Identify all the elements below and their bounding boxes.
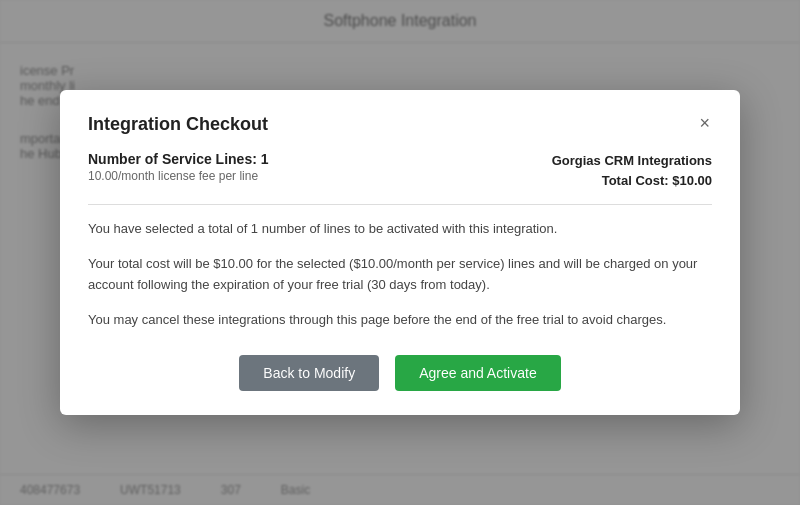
service-lines-fee: 10.00/month license fee per line — [88, 169, 552, 183]
service-lines-count: Number of Service Lines: 1 — [88, 151, 552, 167]
modal-title: Integration Checkout — [88, 114, 268, 135]
summary-section: Number of Service Lines: 1 10.00/month l… — [88, 151, 712, 190]
crm-name: Gorgias CRM Integrations — [552, 151, 712, 171]
modal-dialog: Integration Checkout × Number of Service… — [60, 90, 740, 414]
total-cost: Total Cost: $10.00 — [552, 171, 712, 191]
modal-header: Integration Checkout × — [88, 114, 712, 135]
cost-summary: Gorgias CRM Integrations Total Cost: $10… — [552, 151, 712, 190]
modal-footer: Back to Modify Agree and Activate — [88, 355, 712, 391]
service-lines-info: Number of Service Lines: 1 10.00/month l… — [88, 151, 552, 183]
close-button[interactable]: × — [697, 114, 712, 132]
body-paragraph-3: You may cancel these integrations throug… — [88, 310, 712, 331]
body-paragraph-1: You have selected a total of 1 number of… — [88, 219, 712, 240]
agree-and-activate-button[interactable]: Agree and Activate — [395, 355, 561, 391]
divider — [88, 204, 712, 205]
body-paragraph-2: Your total cost will be $10.00 for the s… — [88, 254, 712, 296]
modal-overlay: Integration Checkout × Number of Service… — [0, 0, 800, 505]
back-to-modify-button[interactable]: Back to Modify — [239, 355, 379, 391]
modal-body: You have selected a total of 1 number of… — [88, 219, 712, 330]
